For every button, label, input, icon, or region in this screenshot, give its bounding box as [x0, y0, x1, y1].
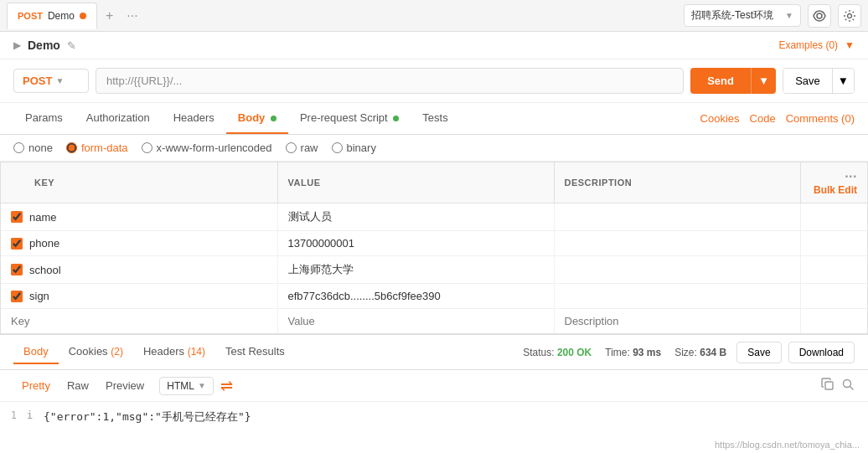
demo-chevron-icon: ▶ — [13, 39, 21, 51]
params-table-wrapper: KEY VALUE DESCRIPTION ··· Bulk Edit name… — [0, 162, 868, 334]
response-tab-headers[interactable]: Headers (14) — [133, 340, 215, 364]
status-label: Status: 200 OK — [523, 347, 592, 358]
tab-tests[interactable]: Tests — [411, 103, 459, 134]
environment-select[interactable]: 招聘系统-Test环境 ▼ — [684, 4, 801, 27]
table-row: school 上海师范大学 — [1, 256, 867, 284]
tab-headers[interactable]: Headers — [162, 103, 226, 134]
copy-icon[interactable] — [821, 378, 834, 394]
format-tab-raw[interactable]: Raw — [59, 375, 97, 396]
format-chevron-icon: ▼ — [198, 381, 206, 390]
eye-icon[interactable] — [808, 4, 831, 28]
send-dropdown-button[interactable]: ▼ — [751, 68, 776, 94]
prerequest-dot — [393, 116, 399, 121]
row2-value[interactable]: 13700000001 — [277, 231, 554, 256]
new-key-input[interactable] — [11, 315, 267, 327]
row4-checkbox[interactable] — [11, 291, 23, 302]
bulk-edit-button[interactable]: Bulk Edit — [814, 184, 857, 196]
search-icon[interactable] — [841, 378, 855, 394]
description-header: DESCRIPTION — [554, 162, 800, 203]
row2-description[interactable] — [554, 231, 800, 256]
tab-pre-request[interactable]: Pre-request Script — [288, 103, 411, 134]
row1-description[interactable] — [554, 203, 800, 231]
row3-description[interactable] — [554, 256, 800, 284]
radio-binary[interactable]: binary — [332, 142, 376, 154]
row1-checkbox[interactable] — [11, 211, 23, 223]
tab-params[interactable]: Params — [13, 103, 75, 134]
request-title-bar: ▶ Demo ✎ Examples (0) ▼ — [0, 32, 868, 59]
request-name: Demo — [28, 39, 60, 52]
row1-key[interactable]: name — [29, 211, 57, 224]
new-description-input[interactable] — [565, 315, 790, 327]
more-tabs-icon[interactable]: ··· — [121, 5, 142, 27]
edit-name-icon[interactable]: ✎ — [67, 39, 76, 52]
save-dropdown-button[interactable]: ▼ — [832, 69, 854, 93]
code-area: 1 i {"error":1,"msg":"手机号已经存在"} — [0, 402, 868, 432]
add-tab-icon[interactable]: + — [101, 5, 118, 27]
radio-form-data[interactable]: form-data — [66, 142, 128, 154]
format-tab-pretty[interactable]: Pretty — [13, 375, 59, 396]
method-selector[interactable]: POST ▼ — [13, 69, 89, 93]
line-content[interactable]: {"error":1,"msg":"手机号已经存在"} — [44, 409, 251, 425]
table-more-icon[interactable]: ··· — [845, 169, 857, 183]
response-save-button[interactable]: Save — [736, 342, 781, 363]
row4-key[interactable]: sign — [29, 290, 49, 302]
tab-name: Demo — [48, 10, 75, 22]
url-bar: POST ▼ Send ▼ Save ▼ — [0, 59, 868, 103]
request-tab[interactable]: POST Demo — [7, 3, 97, 29]
table-row: phone 13700000001 — [1, 231, 867, 256]
headers-badge: (14) — [188, 346, 205, 358]
svg-point-0 — [817, 13, 822, 18]
code-link[interactable]: Code — [750, 112, 776, 125]
code-line: 1 i {"error":1,"msg":"手机号已经存在"} — [0, 409, 868, 425]
save-button[interactable]: Save — [783, 69, 832, 93]
tab-authorization[interactable]: Authorization — [75, 103, 162, 134]
url-input[interactable] — [96, 68, 684, 94]
time-value: 93 ms — [633, 347, 661, 358]
value-header: VALUE — [277, 162, 554, 203]
response-download-button[interactable]: Download — [788, 342, 855, 363]
row4-description[interactable] — [554, 284, 800, 309]
row3-value[interactable]: 上海师范大学 — [277, 256, 554, 284]
status-value: 200 OK — [557, 347, 592, 358]
tab-body[interactable]: Body — [226, 103, 288, 134]
response-status: Status: 200 OK Time: 93 ms Size: 634 B — [523, 347, 726, 358]
radio-raw[interactable]: raw — [286, 142, 318, 154]
send-button[interactable]: Send — [690, 68, 751, 94]
row2-checkbox[interactable] — [11, 238, 23, 250]
time-label: Time: 93 ms — [605, 347, 661, 358]
format-tab-preview[interactable]: Preview — [97, 375, 152, 396]
format-bar: Pretty Raw Preview HTML ▼ ⇌ — [0, 370, 868, 402]
examples-chevron-icon: ▼ — [845, 39, 855, 51]
response-tab-body[interactable]: Body — [13, 340, 59, 364]
radio-none[interactable]: none — [13, 142, 53, 154]
row2-key[interactable]: phone — [29, 237, 59, 250]
method-badge: POST — [18, 11, 43, 21]
settings-icon[interactable] — [838, 4, 861, 28]
line-number: 1 — [0, 409, 27, 421]
radio-urlencoded[interactable]: x-www-form-urlencoded — [142, 142, 272, 154]
response-tab-test-results[interactable]: Test Results — [215, 340, 295, 364]
row3-key[interactable]: school — [29, 264, 61, 276]
response-tab-cookies[interactable]: Cookies (2) — [59, 340, 133, 364]
new-row — [1, 309, 867, 334]
nav-right: Cookies Code Comments (0) — [700, 112, 855, 125]
comments-link[interactable]: Comments (0) — [786, 112, 855, 125]
cookies-link[interactable]: Cookies — [700, 112, 740, 125]
tab-bar: POST Demo + ··· 招聘系统-Test环境 ▼ — [0, 0, 868, 32]
body-options: none form-data x-www-form-urlencoded raw… — [0, 135, 868, 162]
row1-value[interactable]: 测试人员 — [277, 203, 554, 231]
line-type-letter: i — [27, 409, 44, 421]
format-right — [821, 378, 855, 394]
method-arrow-icon: ▼ — [55, 76, 64, 85]
svg-point-1 — [848, 13, 852, 18]
new-value-input[interactable] — [288, 315, 544, 327]
format-type-label: HTML — [167, 380, 194, 392]
examples-link[interactable]: Examples (0) — [778, 39, 838, 51]
row4-value[interactable]: efb77c36dcb........5b6cf9fee390 — [277, 284, 554, 309]
wrap-icon[interactable]: ⇌ — [220, 377, 233, 395]
env-label: 招聘系统-Test环境 — [691, 8, 773, 23]
table-row: name 测试人员 — [1, 203, 867, 231]
format-type-select[interactable]: HTML ▼ — [159, 377, 214, 395]
row3-checkbox[interactable] — [11, 264, 23, 275]
actions-header: ··· Bulk Edit — [800, 162, 867, 203]
